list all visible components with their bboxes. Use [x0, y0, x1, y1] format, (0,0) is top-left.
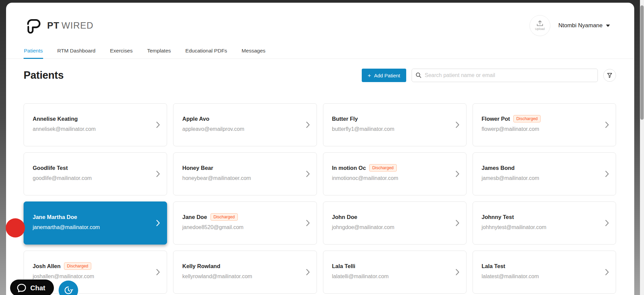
- main-panel: PTWIRED Upload Ntombi Nyamane Patients R…: [6, 3, 634, 295]
- brand-light: WIRED: [62, 21, 94, 31]
- chevron-right-icon: [156, 220, 160, 226]
- patient-grid: Annelise Keating annelisek@mailinator.co…: [24, 103, 616, 294]
- patient-name: Goodlife Test: [33, 164, 149, 172]
- upload-button[interactable]: Upload: [529, 15, 550, 36]
- patient-name: Lala Telli: [332, 262, 449, 270]
- chevron-right-icon: [456, 220, 459, 226]
- chat-launcher-button[interactable]: Chat: [10, 280, 54, 295]
- patient-card[interactable]: Jane Doe Discharged janedoe8520@gmail.co…: [173, 201, 317, 245]
- tab-educational-pdfs[interactable]: Educational PDFs: [185, 44, 227, 59]
- patient-email: janemartha@mailinator.com: [33, 224, 149, 231]
- chevron-right-icon: [605, 122, 609, 128]
- patient-email: johhnytest@mailinator.com: [482, 224, 598, 231]
- user-menu[interactable]: Ntombi Nyamane: [558, 22, 610, 29]
- brand-logo: PTWIRED: [24, 16, 94, 35]
- tab-templates[interactable]: Templates: [147, 44, 171, 59]
- chevron-right-icon: [306, 122, 310, 128]
- brand-bold: PT: [47, 21, 60, 31]
- tab-rtm-dashboard[interactable]: RTM Dashboard: [57, 44, 96, 59]
- patient-card[interactable]: Flower Pot Discharged flowerp@mailinator…: [473, 103, 616, 146]
- chevron-right-icon: [456, 122, 459, 128]
- patient-card[interactable]: Honey Bear honeybear@mailinatoer.com: [173, 152, 317, 195]
- patient-name: Kelly Rowland: [182, 262, 299, 270]
- user-name: Ntombi Nyamane: [558, 22, 603, 29]
- patient-email: johngdoe@mailinator.com: [332, 224, 449, 231]
- patient-card[interactable]: Goodlife Test goodlife@mailinator.com: [24, 152, 167, 195]
- patient-name: Jane Doe Discharged: [182, 213, 299, 221]
- tab-exercises[interactable]: Exercises: [109, 44, 133, 59]
- patient-card[interactable]: James Bond jamesb@mailinator.com: [473, 152, 616, 195]
- clock-history-icon: [63, 285, 73, 295]
- patient-name: Flower Pot Discharged: [482, 115, 598, 122]
- tab-messages[interactable]: Messages: [241, 44, 266, 59]
- patient-name: Apple Avo: [182, 115, 299, 122]
- app-header: PTWIRED Upload Ntombi Nyamane: [6, 3, 634, 40]
- scrollbar-thumb[interactable]: [640, 5, 644, 120]
- chevron-right-icon: [456, 171, 459, 177]
- patient-card[interactable]: Jane Martha Doe janemartha@mailinator.co…: [24, 201, 167, 245]
- head-controls: + Add Patient: [362, 69, 616, 82]
- patient-card[interactable]: Johnny Test johhnytest@mailinator.com: [473, 201, 616, 245]
- upload-label: Upload: [535, 27, 545, 31]
- chevron-right-icon: [306, 220, 310, 226]
- chat-bubble-icon: [17, 284, 26, 293]
- search-box: [412, 69, 598, 82]
- page-scrollbar[interactable]: [640, 0, 644, 295]
- discharged-badge: Discharged: [211, 213, 238, 221]
- discharged-badge: Discharged: [64, 262, 91, 270]
- chevron-right-icon: [156, 269, 160, 275]
- add-patient-label: Add Patient: [374, 73, 400, 78]
- search-icon: [416, 72, 421, 78]
- filter-button[interactable]: [603, 69, 616, 82]
- brand-text: PTWIRED: [47, 21, 94, 31]
- patient-card[interactable]: Apple Avo appleavo@emailprov.com: [173, 103, 317, 146]
- patient-email: appleavo@emailprov.com: [182, 125, 299, 133]
- patient-email: goodlife@mailinator.com: [33, 175, 149, 182]
- patient-card[interactable]: Lala Telli lalatelli@mailinator.com: [323, 251, 466, 294]
- main-nav-tabs: Patients RTM Dashboard Exercises Templat…: [6, 44, 634, 59]
- patient-card[interactable]: In motion Oc Discharged inmotionoc@maili…: [323, 152, 466, 195]
- patient-card[interactable]: Annelise Keating annelisek@mailinator.co…: [24, 103, 167, 146]
- patient-name: John Doe: [332, 213, 449, 221]
- chevron-right-icon: [306, 171, 310, 177]
- patient-email: jamesb@mailinator.com: [482, 175, 598, 182]
- patient-name: James Bond: [482, 164, 598, 172]
- page-title: Patients: [24, 69, 64, 81]
- filter-funnel-icon: [607, 73, 612, 78]
- upload-icon: [536, 21, 544, 27]
- discharged-badge: Discharged: [513, 115, 541, 122]
- patient-name: Butter Fly: [332, 115, 449, 122]
- patient-name: Honey Bear: [182, 164, 299, 172]
- patient-card[interactable]: John Doe johngdoe@mailinator.com: [323, 201, 466, 245]
- patient-name: Lala Test: [482, 262, 598, 270]
- patient-email: honeybear@mailinatoer.com: [182, 175, 299, 182]
- chevron-right-icon: [456, 269, 459, 275]
- chevron-right-icon: [156, 171, 160, 177]
- ptwired-logo-icon: [24, 16, 42, 35]
- add-patient-button[interactable]: + Add Patient: [362, 69, 407, 82]
- discharged-badge: Discharged: [369, 164, 396, 172]
- plus-icon: +: [368, 73, 371, 78]
- patient-email: lalatelli@mailinator.com: [332, 273, 449, 280]
- patient-name: Jane Martha Doe: [33, 213, 149, 221]
- patient-card[interactable]: Butter Fly butterfly1@mailinator.com: [323, 103, 466, 146]
- patient-email: lalatest@mailinator.com: [482, 273, 598, 280]
- red-click-marker: [6, 218, 25, 237]
- patient-email: butterfly1@mailinator.com: [332, 125, 449, 133]
- chevron-right-icon: [605, 269, 609, 275]
- patient-email: janedoe8520@gmail.com: [182, 224, 299, 231]
- chevron-right-icon: [156, 122, 160, 128]
- tab-patients[interactable]: Patients: [24, 44, 43, 59]
- patient-card[interactable]: Lala Test lalatest@mailinator.com: [473, 251, 616, 294]
- chevron-down-icon: [606, 25, 610, 27]
- patient-card[interactable]: Kelly Rowland kellyrowland@mailinator.co…: [173, 251, 317, 294]
- patient-email: annelisek@mailinator.com: [33, 125, 149, 133]
- patient-email: flowerp@mailinator.com: [482, 125, 598, 133]
- patient-email: kellyrowland@mailinator.com: [182, 273, 299, 280]
- patient-name: Annelise Keating: [33, 115, 149, 122]
- search-input[interactable]: [412, 69, 598, 82]
- header-right: Upload Ntombi Nyamane: [529, 15, 610, 36]
- patient-name: In motion Oc Discharged: [332, 164, 449, 172]
- chevron-right-icon: [605, 171, 609, 177]
- chevron-right-icon: [605, 220, 609, 226]
